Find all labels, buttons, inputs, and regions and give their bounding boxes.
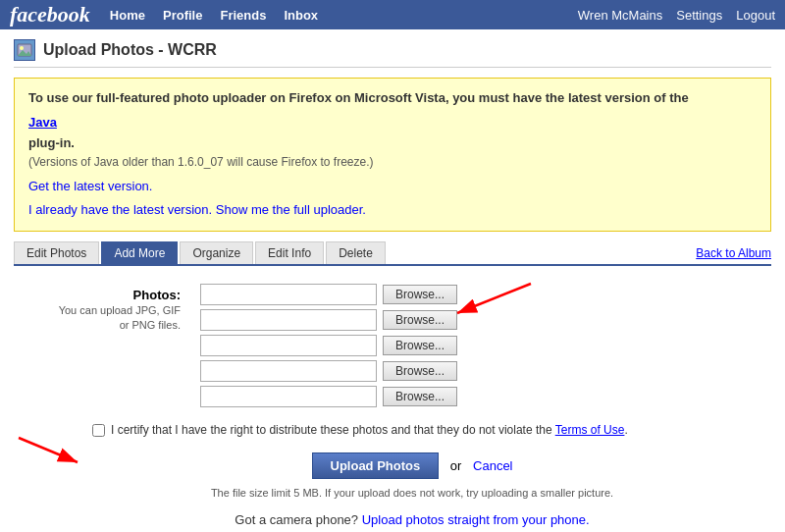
tab-delete[interactable]: Delete [326,241,386,264]
file-input-3[interactable] [200,335,377,356]
file-row-4: Browse... [200,360,457,382]
already-have-link[interactable]: I already have the latest version. Show … [28,200,757,221]
nav-friends[interactable]: Friends [220,8,266,23]
file-row-3: Browse... [200,335,457,356]
file-input-1[interactable] [200,284,377,305]
browse-button-4[interactable]: Browse... [383,361,457,381]
certify-text: I certify that I have the right to distr… [111,423,555,437]
nav-profile[interactable]: Profile [163,8,202,23]
nav-links: Home Profile Friends Inbox [110,8,578,23]
tab-organize[interactable]: Organize [180,241,253,264]
certify-checkbox[interactable] [92,424,105,437]
or-text: or [450,458,462,473]
facebook-logo: facebook [10,4,90,26]
tab-add-more[interactable]: Add More [101,241,178,264]
page-title: Upload Photos - WCRR [43,41,217,59]
nav-inbox[interactable]: Inbox [284,8,318,23]
file-row-5: Browse... [200,386,457,407]
browse-button-5[interactable]: Browse... [383,387,457,406]
browse-button-1[interactable]: Browse... [383,285,457,304]
photo-icon [17,42,32,58]
page-title-bar: Upload Photos - WCRR [14,39,771,68]
tab-edit-photos[interactable]: Edit Photos [14,241,99,264]
nav-right: Wren McMains Settings Logout [578,8,775,23]
warning-sub-text: (Versions of Java older than 1.6.0_07 wi… [28,153,757,172]
page-icon [14,39,35,61]
certify-suffix: . [624,423,627,437]
cancel-link[interactable]: Cancel [473,458,512,473]
certify-row: I certify that I have the right to distr… [92,423,771,437]
top-navigation: facebook Home Profile Friends Inbox Wren… [0,0,785,29]
photos-sublabel: You can upload JPG, GIF or PNG files. [59,304,181,331]
back-to-album-link[interactable]: Back to Album [696,246,771,260]
terms-link[interactable]: Terms of Use [555,423,625,437]
certify-label: I certify that I have the right to distr… [111,423,628,437]
tab-edit-info[interactable]: Edit Info [255,241,324,264]
file-row-1: Browse... [200,284,457,305]
svg-line-4 [457,284,531,313]
browse-arrow-icon [447,274,546,333]
logout-link[interactable]: Logout [736,8,775,23]
warning-title-text: To use our full-featured photo uploader … [28,90,689,105]
upload-form: Photos: You can upload JPG, GIF or PNG f… [14,278,771,532]
warning-title: To use our full-featured photo uploader … [28,88,757,153]
file-limit-note: The file size limit 5 MB. If your upload… [53,487,771,499]
username: Wren McMains [578,8,662,23]
file-input-5[interactable] [200,386,377,407]
upload-photos-button[interactable]: Upload Photos [312,452,440,479]
photos-section: Photos: You can upload JPG, GIF or PNG f… [53,284,771,407]
camera-link[interactable]: Upload photos straight from your phone. [362,512,590,527]
browse-button-3[interactable]: Browse... [383,336,457,355]
svg-point-1 [20,46,24,50]
browse-button-2[interactable]: Browse... [383,310,457,330]
tabs-bar: Edit Photos Add More Organize Edit Info … [14,241,771,266]
nav-home[interactable]: Home [110,8,145,23]
settings-link[interactable]: Settings [676,8,722,23]
get-latest-link[interactable]: Get the latest version. [28,177,757,197]
warning-title-suffix: plug-in. [28,135,75,150]
file-input-4[interactable] [200,360,377,382]
file-input-2[interactable] [200,309,377,331]
camera-note-text: Got a camera phone? [235,512,361,527]
warning-box: To use our full-featured photo uploader … [14,78,771,232]
file-rows: Browse... Browse... Browse... Browse... [200,284,457,407]
file-row-2: Browse... [200,309,457,331]
bottom-actions: Upload Photos or Cancel [53,452,771,479]
java-link[interactable]: Java [28,113,757,133]
camera-note: Got a camera phone? Upload photos straig… [53,512,771,527]
photos-label: Photos: You can upload JPG, GIF or PNG f… [53,284,181,332]
